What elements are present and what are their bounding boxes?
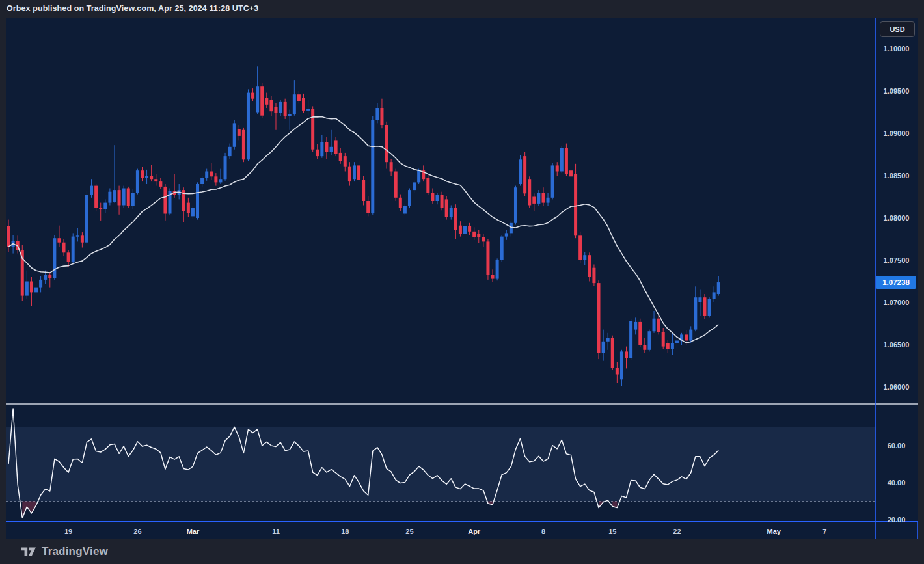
candle-body xyxy=(53,238,56,278)
candle-body xyxy=(302,98,305,111)
candle-body xyxy=(472,232,476,237)
time-month-label: May xyxy=(767,526,781,537)
candle-body xyxy=(486,241,489,275)
sma-line xyxy=(8,117,718,343)
currency-toggle-button[interactable]: USD xyxy=(880,21,915,37)
candle-body xyxy=(477,234,480,237)
candle-body xyxy=(39,280,42,288)
candle-body xyxy=(251,93,254,99)
price-tick-label: 1.10000 xyxy=(876,44,916,54)
price-tick-label: 1.09500 xyxy=(876,86,916,96)
candle-body xyxy=(247,93,250,160)
candle-body xyxy=(698,297,701,302)
candle-body xyxy=(297,94,301,101)
candle-body xyxy=(537,193,540,204)
candle-body xyxy=(210,172,213,177)
time-day-label: 8 xyxy=(541,526,545,537)
candle-body xyxy=(366,201,370,213)
candle-body xyxy=(519,159,522,184)
price-tick-label: 1.07500 xyxy=(876,255,916,265)
candle-body xyxy=(574,174,577,235)
candle-body xyxy=(371,120,374,213)
candle-body xyxy=(274,107,277,113)
candle-body xyxy=(353,165,356,179)
candle-body xyxy=(403,206,407,214)
candle-body xyxy=(689,330,692,341)
candle-body xyxy=(435,195,439,201)
price-tick-label: 1.08000 xyxy=(876,213,916,223)
candle-body xyxy=(334,140,338,154)
candle-body xyxy=(685,334,688,340)
candle-body xyxy=(219,179,222,182)
candle-body xyxy=(269,100,273,111)
chart-window: Orbex published on TradingView.com, Apr … xyxy=(0,0,924,564)
candle-body xyxy=(541,193,545,203)
candle-body xyxy=(611,338,614,368)
candle-body xyxy=(638,322,642,345)
candle-body xyxy=(7,226,10,247)
candle-body xyxy=(441,195,444,208)
candle-body xyxy=(325,142,328,152)
candle-body xyxy=(602,342,605,353)
candle-body xyxy=(150,176,153,179)
time-day-label: 11 xyxy=(272,526,280,537)
candle-body xyxy=(154,179,157,181)
candle-body xyxy=(224,156,227,179)
candle-body xyxy=(647,331,651,350)
candle-body xyxy=(67,252,70,262)
candle-body xyxy=(694,297,697,329)
candle-body xyxy=(279,102,282,113)
rsi-tick-label: 40.00 xyxy=(876,477,916,488)
candle-body xyxy=(306,109,310,111)
candle-body xyxy=(514,187,517,223)
candle-body xyxy=(394,172,398,198)
candle-body xyxy=(103,203,107,209)
candle-body xyxy=(620,351,623,379)
time-day-label: 22 xyxy=(673,526,681,537)
candle-body xyxy=(708,299,711,316)
time-day-label: 7 xyxy=(822,526,826,537)
candle-body xyxy=(159,181,162,187)
time-day-label: 19 xyxy=(64,526,72,537)
candle-body xyxy=(713,292,716,299)
candle-body xyxy=(375,108,379,120)
candle-body xyxy=(468,226,471,232)
candle-body xyxy=(463,226,467,234)
candle-body xyxy=(284,102,287,116)
candle-body xyxy=(528,179,531,205)
candle-body xyxy=(288,114,292,116)
candle-body xyxy=(127,189,130,206)
candle-body xyxy=(191,208,195,216)
candle-body xyxy=(578,235,582,260)
price-tick-label: 1.08500 xyxy=(876,170,916,181)
candle-body xyxy=(265,98,268,104)
candle-body xyxy=(108,192,111,203)
candle-body xyxy=(592,268,595,283)
candle-body xyxy=(569,170,573,176)
candle-body xyxy=(657,319,660,332)
candle-body xyxy=(311,109,314,149)
candle-body xyxy=(72,237,75,262)
publish-attribution: Orbex published on TradingView.com, Apr … xyxy=(7,4,258,13)
candle-body xyxy=(320,142,323,156)
candle-body xyxy=(205,172,208,178)
candle-body xyxy=(496,260,499,279)
candle-body xyxy=(81,235,84,242)
candle-body xyxy=(256,86,259,112)
candle-body xyxy=(30,282,33,293)
candle-body xyxy=(551,165,554,197)
chart-plot xyxy=(0,0,924,564)
candle-body xyxy=(94,186,98,208)
tradingview-branding[interactable]: TradingView xyxy=(21,545,108,558)
candle-body xyxy=(163,187,167,214)
time-day-label: 26 xyxy=(133,526,141,537)
candle-body xyxy=(662,332,665,347)
candle-body xyxy=(510,223,513,234)
candle-body xyxy=(417,170,420,182)
candle-body xyxy=(85,195,88,243)
candle-body xyxy=(445,199,448,217)
candle-body xyxy=(523,156,526,193)
candle-body xyxy=(145,176,148,178)
candle-body xyxy=(556,165,559,171)
candle-body xyxy=(583,255,586,260)
